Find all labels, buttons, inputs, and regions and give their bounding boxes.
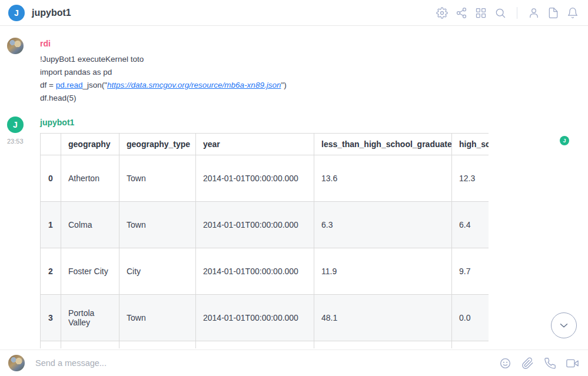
table-cell: 2014-01-01T00:00:00.000 <box>196 202 314 248</box>
channel-title: jupybot1 <box>32 8 71 18</box>
table-row: 0AthertonTown2014-01-01T00:00:00.00013.6… <box>41 155 489 202</box>
table-cell: Town <box>119 202 196 248</box>
table-header-cell: less_than_high_school_graduate <box>314 134 452 155</box>
message-jupybot1: J 23:53 jupybot1 geographygeography_type… <box>7 117 588 348</box>
table-row: 2Foster CityCity2014-01-01T00:00:00.0001… <box>41 248 489 295</box>
message-composer <box>0 350 588 376</box>
table-body: 0AthertonTown2014-01-01T00:00:00.00013.6… <box>41 155 489 349</box>
row-index-cell: 1 <box>41 202 61 248</box>
table-cell: Atherton <box>61 155 119 202</box>
chat-app: J jupybot1 <box>0 0 588 376</box>
message-text-line: df = pd.read_json("https://data.smcgov.o… <box>40 79 588 92</box>
table-header-cell: geography <box>61 134 119 155</box>
composer-user-avatar <box>8 355 25 371</box>
attachment-icon[interactable] <box>520 356 535 371</box>
table-cell: 48.1 <box>314 295 452 341</box>
table-cell: Portola Valley <box>61 295 119 341</box>
table-header-cell <box>41 134 61 155</box>
table-cell: 2014-01-01T00:00:00.000 <box>196 248 314 295</box>
table-header-row: geographygeography_typeyearless_than_hig… <box>41 134 489 155</box>
header-divider <box>517 7 517 19</box>
row-index-cell: 3 <box>41 295 61 341</box>
message-text-line: df.head(5) <box>40 92 588 105</box>
code-text: _json(" <box>82 81 107 89</box>
table-header-cell: high_school_graduate <box>452 134 489 155</box>
table-cell: 9.7 <box>452 248 489 295</box>
search-icon[interactable] <box>493 6 507 20</box>
bot-avatar-letter: J <box>13 120 18 129</box>
message-input[interactable] <box>34 358 489 368</box>
channel-avatar-letter: J <box>14 8 19 18</box>
table-row: 1ColmaTown2014-01-01T00:00:00.0006.36.4 <box>41 202 489 248</box>
dataframe-table: geographygeography_typeyearless_than_hig… <box>40 133 489 348</box>
table-cell: 6.4 <box>452 202 489 248</box>
chevron-down-icon <box>557 319 570 332</box>
username-rdi[interactable]: rdi <box>40 39 588 49</box>
share-icon[interactable] <box>454 6 469 20</box>
table-cell: City <box>119 248 196 295</box>
table-cell <box>452 341 489 349</box>
table-cell <box>41 341 61 349</box>
video-icon[interactable] <box>565 356 580 371</box>
emoji-icon[interactable] <box>498 356 513 371</box>
message-list[interactable]: rdi !JupyBot1 executeKernel toto import … <box>0 26 588 350</box>
pd-read-link[interactable]: pd.read <box>56 81 83 89</box>
table-header-cell: year <box>196 134 314 155</box>
table-header-cell: geography_type <box>119 134 196 155</box>
code-text: ") <box>281 81 286 89</box>
table-cell <box>61 341 119 349</box>
bot-mini-avatar: J <box>560 136 569 145</box>
table-cell: 12.3 <box>452 155 489 202</box>
dataset-url-link[interactable]: https://data.smcgov.org/resource/mb6a-xn… <box>107 81 281 89</box>
file-icon[interactable] <box>546 6 560 20</box>
user-avatar[interactable] <box>7 38 24 54</box>
table-cell: 0.0 <box>452 295 489 341</box>
message-rdi: rdi !JupyBot1 executeKernel toto import … <box>7 38 588 105</box>
table-row: 3Portola ValleyTown2014-01-01T00:00:00.0… <box>41 295 489 341</box>
dataframe-table-container[interactable]: geographygeography_typeyearless_than_hig… <box>40 133 489 348</box>
table-cell: 6.3 <box>314 202 452 248</box>
table-cell <box>119 341 196 349</box>
channel-avatar[interactable]: J <box>8 5 25 21</box>
table-cell: 13.6 <box>314 155 452 202</box>
settings-icon[interactable] <box>435 6 449 20</box>
phone-icon[interactable] <box>543 356 557 371</box>
table-cell: 2014-01-01T00:00:00.000 <box>196 155 314 202</box>
apps-grid-icon[interactable] <box>474 6 488 20</box>
table-cell: 11.9 <box>314 248 452 295</box>
row-index-cell: 0 <box>41 155 61 202</box>
table-cell: Town <box>119 155 196 202</box>
table-cell: Town <box>119 295 196 341</box>
table-cell <box>196 341 314 349</box>
table-row-partial <box>41 341 489 349</box>
bot-mini-avatar-letter: J <box>563 138 566 144</box>
message-text-line: !JupyBot1 executeKernel toto <box>40 53 588 66</box>
user-icon[interactable] <box>527 6 541 20</box>
row-index-cell: 2 <box>41 248 61 295</box>
table-cell: Colma <box>61 202 119 248</box>
scroll-to-bottom-button[interactable] <box>551 312 577 338</box>
code-text: df = <box>40 81 56 89</box>
table-cell: Foster City <box>61 248 119 295</box>
username-jupybot1[interactable]: jupybot1 <box>40 118 588 128</box>
bot-avatar[interactable]: J <box>7 117 24 133</box>
table-cell <box>314 341 452 349</box>
bell-icon[interactable] <box>566 6 580 20</box>
message-text-line: import pandas as pd <box>40 66 588 79</box>
table-cell: 2014-01-01T00:00:00.000 <box>196 295 314 341</box>
channel-header: J jupybot1 <box>0 0 588 26</box>
message-timestamp: 23:53 <box>7 138 24 145</box>
